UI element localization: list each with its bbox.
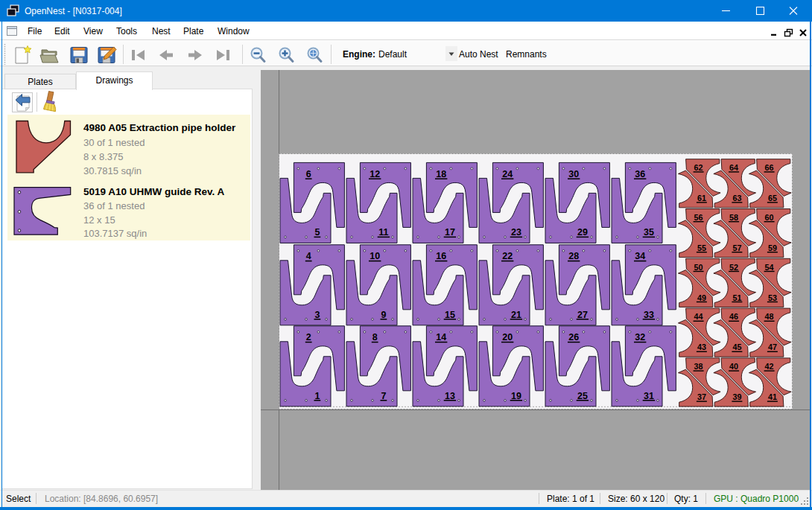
svg-text:21: 21 (511, 310, 521, 320)
svg-text:3: 3 (314, 310, 320, 320)
svg-text:61: 61 (697, 194, 706, 203)
svg-text:38: 38 (694, 362, 703, 371)
svg-text:54: 54 (765, 263, 774, 272)
svg-text:52: 52 (729, 263, 738, 272)
svg-text:8: 8 (372, 332, 378, 342)
svg-text:5: 5 (314, 227, 320, 238)
svg-text:47: 47 (768, 342, 777, 351)
svg-text:33: 33 (644, 310, 654, 320)
svg-text:6: 6 (306, 169, 311, 179)
svg-text:9: 9 (381, 310, 386, 320)
svg-text:13: 13 (445, 391, 455, 401)
svg-text:19: 19 (511, 391, 521, 401)
svg-text:22: 22 (502, 251, 513, 261)
svg-text:7: 7 (381, 391, 386, 401)
svg-text:40: 40 (729, 362, 738, 371)
svg-text:53: 53 (768, 293, 777, 302)
svg-text:11: 11 (378, 227, 388, 238)
svg-text:16: 16 (436, 251, 446, 261)
svg-text:1: 1 (314, 391, 320, 401)
svg-text:58: 58 (729, 213, 738, 222)
svg-text:35: 35 (644, 227, 654, 238)
svg-text:26: 26 (568, 332, 579, 342)
svg-text:64: 64 (729, 163, 738, 172)
svg-text:30: 30 (568, 169, 579, 179)
svg-text:44: 44 (694, 312, 703, 321)
svg-text:17: 17 (445, 227, 455, 238)
svg-text:24: 24 (502, 169, 513, 179)
svg-text:2: 2 (306, 332, 311, 342)
svg-text:20: 20 (502, 332, 513, 342)
svg-text:10: 10 (369, 251, 380, 261)
svg-text:39: 39 (732, 392, 741, 401)
svg-text:34: 34 (635, 251, 645, 261)
svg-text:29: 29 (577, 227, 588, 238)
svg-text:14: 14 (436, 332, 446, 342)
svg-text:25: 25 (577, 391, 588, 401)
svg-text:62: 62 (694, 163, 703, 172)
svg-text:63: 63 (732, 194, 741, 203)
svg-text:48: 48 (765, 312, 774, 321)
svg-text:60: 60 (765, 213, 774, 222)
svg-text:42: 42 (765, 362, 774, 371)
svg-text:37: 37 (697, 392, 706, 401)
svg-text:23: 23 (511, 227, 521, 238)
svg-text:12: 12 (369, 169, 380, 179)
svg-text:43: 43 (697, 342, 706, 351)
svg-text:15: 15 (445, 310, 455, 320)
svg-text:27: 27 (577, 310, 588, 320)
svg-text:45: 45 (732, 342, 741, 351)
svg-text:36: 36 (635, 169, 645, 179)
svg-text:50: 50 (694, 263, 703, 272)
svg-text:51: 51 (732, 293, 741, 302)
svg-text:65: 65 (768, 194, 777, 203)
svg-text:18: 18 (436, 169, 446, 179)
svg-text:31: 31 (644, 391, 654, 401)
svg-text:4: 4 (306, 251, 311, 261)
svg-text:32: 32 (635, 332, 645, 342)
svg-text:59: 59 (768, 243, 777, 252)
svg-text:41: 41 (768, 392, 777, 401)
svg-text:49: 49 (697, 293, 706, 302)
svg-text:57: 57 (732, 243, 741, 252)
svg-text:56: 56 (694, 213, 703, 222)
svg-text:55: 55 (697, 243, 706, 252)
svg-text:66: 66 (765, 163, 774, 172)
svg-text:28: 28 (568, 251, 579, 261)
svg-text:46: 46 (729, 312, 738, 321)
